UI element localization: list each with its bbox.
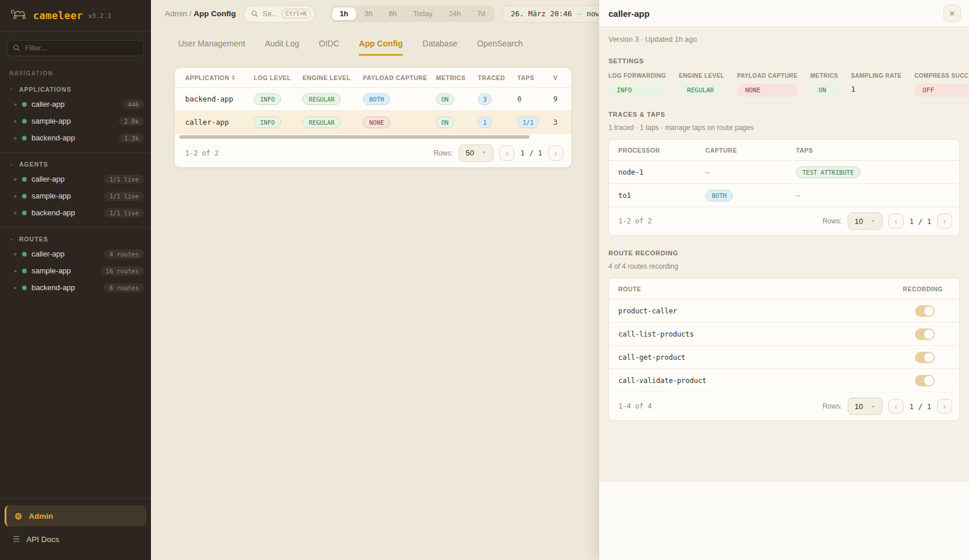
traces-row-node-1[interactable]: node-1 — TEST ATTRIBUTE: [609, 161, 959, 184]
sidebar-item-app-backend[interactable]: ▶ backend-app 1.3k: [0, 129, 151, 146]
group-header-routes[interactable]: ▼ ROUTES: [0, 229, 151, 245]
col-version[interactable]: V: [553, 74, 571, 81]
sidebar-item-route-backend[interactable]: ▶ backend-app 6 routes: [0, 279, 151, 296]
taps-value: 0: [517, 95, 553, 103]
live-badge: 1/1 live: [104, 208, 144, 218]
tab-app-config[interactable]: App Config: [359, 39, 402, 56]
row-range: 1-4 of 4: [618, 402, 652, 410]
page-indicator: 1 / 1: [909, 402, 931, 411]
traces-row-to1[interactable]: to1 BOTH —: [609, 184, 959, 207]
breadcrumb-root[interactable]: Admin: [165, 9, 187, 18]
range-today[interactable]: Today: [406, 8, 440, 20]
chevron-right-icon[interactable]: ▶: [15, 119, 17, 122]
status-dot: [22, 194, 27, 198]
col-processor: PROCESSOR: [618, 147, 705, 154]
col-application[interactable]: APPLICATION: [185, 74, 254, 81]
col-engine-level[interactable]: ENGINE LEVEL: [302, 74, 363, 81]
rows-per-page-select[interactable]: 50 ▼: [459, 144, 493, 162]
rows-per-page-select[interactable]: 10 ▼: [848, 398, 882, 415]
recording-toggle[interactable]: [915, 328, 935, 340]
status-dot: [22, 102, 27, 107]
chevron-right-icon[interactable]: ▶: [15, 177, 17, 180]
table-row-backend-app[interactable]: backend-app INFO REGULAR BOTH ON 3 0 9: [175, 88, 571, 111]
tab-oidc[interactable]: OIDC: [319, 39, 339, 56]
tab-database[interactable]: Database: [423, 39, 458, 56]
prev-page-button[interactable]: ‹: [499, 146, 514, 161]
chevron-right-icon[interactable]: ▶: [15, 252, 17, 255]
range-7d[interactable]: 7d: [470, 8, 493, 20]
chevron-down-icon: ▼: [482, 151, 486, 155]
chevron-right-icon[interactable]: ▶: [15, 269, 17, 272]
chevron-right-icon[interactable]: ▶: [15, 136, 17, 139]
route-row-call-get-product: call-get-product: [609, 346, 959, 369]
sidebar-item-agent-backend[interactable]: ▶ backend-app 1/1 live: [0, 204, 151, 221]
detail-panel: caller-app ✕ Version 3 · Updated 1h ago …: [599, 0, 969, 560]
recording-subtitle: 4 of 4 routes recording: [608, 262, 960, 270]
sidebar-item-agent-sample[interactable]: ▶ sample-app 1/1 live: [0, 187, 151, 204]
date-from: 26. März 20:46: [511, 9, 572, 18]
version-value: 3: [553, 118, 571, 127]
sidebar-item-route-sample[interactable]: ▶ sample-app 16 routes: [0, 262, 151, 279]
col-traced[interactable]: TRACED: [478, 74, 517, 81]
engine-level-pill: REGULAR: [302, 117, 341, 128]
panel-title: caller-app: [608, 9, 650, 19]
range-24h[interactable]: 24h: [441, 8, 469, 20]
table-row-caller-app[interactable]: caller-app INFO REGULAR NONE ON 1 1/1 3: [175, 111, 571, 134]
col-taps[interactable]: TAPS: [517, 74, 553, 81]
shortcut-kbd: Ctrl+K: [282, 9, 311, 19]
next-page-button[interactable]: ›: [548, 146, 563, 161]
recording-toggle[interactable]: [915, 305, 935, 317]
rows-per-page-select[interactable]: 10 ▼: [848, 212, 882, 230]
main-content: Admin / App Config Se... Ctrl+K 1h 3h 6h…: [151, 0, 599, 560]
recording-toggle[interactable]: [915, 375, 935, 386]
range-6h[interactable]: 6h: [381, 8, 405, 20]
table-footer: 1-2 of 2 Rows: 50 ▼ ‹ 1 / 1 ›: [175, 139, 571, 167]
chevron-right-icon[interactable]: ▶: [15, 211, 17, 214]
sidebar: cameleer v3.2.1 NAVIGATION ▼ APPLICATION…: [0, 0, 151, 560]
prev-page-button[interactable]: ‹: [888, 214, 903, 229]
next-page-button[interactable]: ›: [937, 214, 952, 229]
route-recording-table: ROUTE RECORDING product-caller call-list…: [608, 278, 960, 421]
sidebar-filter: [7, 40, 144, 56]
divider: [0, 152, 151, 153]
chevron-right-icon[interactable]: ▶: [15, 286, 17, 289]
prev-page-button[interactable]: ‹: [888, 399, 903, 414]
search-icon: [13, 44, 20, 52]
sidebar-item-route-caller[interactable]: ▶ caller-app 4 routes: [0, 245, 151, 262]
recording-toggle[interactable]: [915, 352, 935, 363]
range-3h[interactable]: 3h: [357, 8, 380, 20]
sidebar-item-agent-caller[interactable]: ▶ caller-app 1/1 live: [0, 171, 151, 187]
col-metrics[interactable]: METRICS: [436, 74, 478, 81]
status-dot: [22, 211, 27, 215]
sidebar-item-app-sample[interactable]: ▶ sample-app 2.0k: [0, 113, 151, 129]
recording-heading: ROUTE RECORDING: [608, 250, 960, 256]
status-dot: [22, 136, 27, 140]
traced-pill: 1: [478, 117, 492, 128]
settings-heading: SETTINGS: [608, 57, 960, 64]
chevron-right-icon[interactable]: ▶: [15, 194, 17, 197]
tab-user-management[interactable]: User Management: [178, 39, 245, 56]
sidebar-item-admin[interactable]: ⚙ Admin: [5, 505, 146, 526]
traces-table: PROCESSOR CAPTURE TAPS node-1 — TEST ATT…: [608, 139, 960, 236]
group-header-agents[interactable]: ▼ AGENTS: [0, 154, 151, 171]
col-capture: CAPTURE: [705, 147, 796, 154]
sidebar-item-app-caller[interactable]: ▶ caller-app 446: [0, 96, 151, 113]
range-1h[interactable]: 1h: [332, 8, 356, 20]
filter-input[interactable]: [7, 40, 144, 56]
setting-value-pill: REGULAR: [679, 84, 724, 97]
routes-badge: 4 routes: [104, 250, 144, 259]
col-log-level[interactable]: LOG LEVEL: [254, 74, 302, 81]
tab-opensearch[interactable]: OpenSearch: [477, 39, 523, 56]
chevron-right-icon[interactable]: ▶: [15, 102, 17, 106]
log-level-pill: INFO: [254, 93, 281, 105]
close-button[interactable]: ✕: [943, 5, 961, 22]
next-page-button[interactable]: ›: [937, 399, 952, 414]
page-indicator: 1 / 1: [909, 217, 931, 226]
tab-audit-log[interactable]: Audit Log: [265, 39, 299, 56]
app-logo-row[interactable]: cameleer v3.2.1: [0, 0, 151, 32]
global-search[interactable]: Se... Ctrl+K: [243, 5, 315, 23]
col-payload-capture[interactable]: PAYLOAD CAPTURE: [363, 74, 436, 81]
group-header-applications[interactable]: ▼ APPLICATIONS: [0, 79, 151, 96]
date-range-picker[interactable]: 26. März 20:46 — now: [502, 5, 608, 23]
sidebar-item-api-docs[interactable]: ☰ API Docs: [5, 529, 146, 550]
